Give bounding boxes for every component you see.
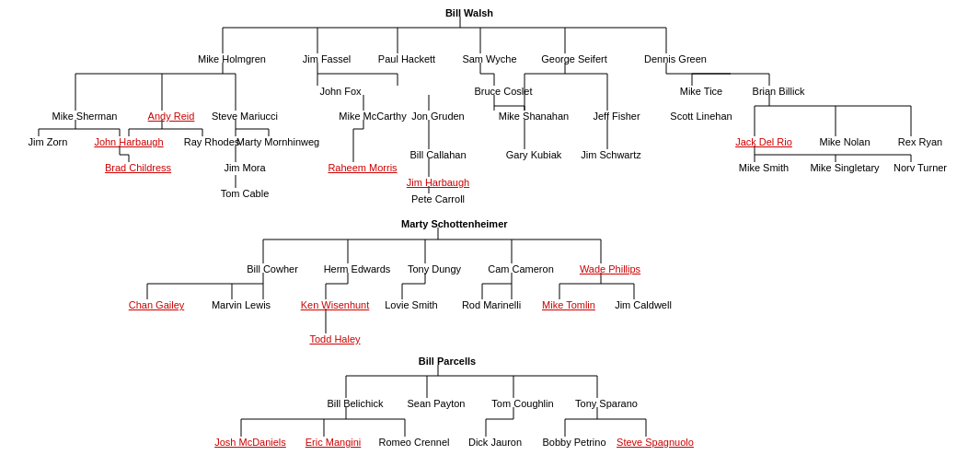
node-jeff_fisher: Jeff Fisher <box>571 111 663 122</box>
node-pete_carroll: Pete Carroll <box>392 193 484 204</box>
node-george_seifert: George Seifert <box>528 53 620 64</box>
node-tony_sparano: Tony Sparano <box>560 398 652 409</box>
node-marty_schottenheimer: Marty Schottenheimer <box>401 218 493 229</box>
node-norv_turner: Norv Turner <box>874 162 966 173</box>
node-bill_belichick: Bill Belichick <box>309 398 401 409</box>
node-tony_dungy: Tony Dungy <box>388 263 480 274</box>
node-todd_haley: Todd Haley <box>289 333 381 344</box>
node-sam_wyche: Sam Wyche <box>444 53 536 64</box>
node-bill_cowher: Bill Cowher <box>226 263 318 274</box>
node-brian_billick: Brian Billick <box>732 86 824 97</box>
node-jim_schwartz: Jim Schwartz <box>565 149 657 160</box>
node-bill_walsh: Bill Walsh <box>423 7 515 18</box>
connector-lines <box>0 0 980 467</box>
node-chan_gailey: Chan Gailey <box>110 299 202 310</box>
node-rex_ryan: Rex Ryan <box>874 136 966 147</box>
node-jim_fassel: Jim Fassel <box>281 53 373 64</box>
node-marty_mornhinweg: Marty Mornhinweg <box>232 136 324 147</box>
node-raheem_morris: Raheem Morris <box>317 162 409 173</box>
node-jack_del_rio: Jack Del Rio <box>718 136 810 147</box>
org-chart: Bill WalshMike HolmgrenJim FasselPaul Ha… <box>0 0 980 467</box>
node-jim_harbaugh: Jim Harbaugh <box>392 177 484 188</box>
node-eric_mangini: Eric Mangini <box>287 437 379 448</box>
node-mike_sherman: Mike Sherman <box>39 111 131 122</box>
node-dennis_green: Dennis Green <box>629 53 721 64</box>
node-mike_shanahan: Mike Shanahan <box>488 111 580 122</box>
node-steve_mariucci: Steve Mariucci <box>199 111 291 122</box>
node-brad_childress: Brad Childress <box>92 162 184 173</box>
node-jim_mora: Jim Mora <box>199 162 291 173</box>
node-romeo_crennel: Romeo Crennel <box>368 437 460 448</box>
node-wade_phillips: Wade Phillips <box>564 263 656 274</box>
node-jim_zorn: Jim Zorn <box>2 136 94 147</box>
node-lovie_smith: Lovie Smith <box>365 299 457 310</box>
node-marvin_lewis: Marvin Lewis <box>195 299 287 310</box>
node-jim_caldwell: Jim Caldwell <box>597 299 689 310</box>
node-tom_cable: Tom Cable <box>199 188 291 199</box>
node-bill_parcells: Bill Parcells <box>401 356 493 367</box>
node-tom_coughlin: Tom Coughlin <box>477 398 569 409</box>
node-cam_cameron: Cam Cameron <box>475 263 567 274</box>
node-sean_payton: Sean Payton <box>390 398 482 409</box>
node-bobby_petrino: Bobby Petrino <box>528 437 620 448</box>
node-mike_holmgren: Mike Holmgren <box>186 53 278 64</box>
node-paul_hackett: Paul Hackett <box>361 53 453 64</box>
node-scott_linehan: Scott Linehan <box>655 111 747 122</box>
node-bruce_coslet: Bruce Coslet <box>457 86 549 97</box>
node-dick_jauron: Dick Jauron <box>449 437 541 448</box>
node-josh_mcdaniels: Josh McDaniels <box>204 437 296 448</box>
node-jon_gruden: Jon Gruden <box>392 111 484 122</box>
node-john_fox: John Fox <box>294 86 386 97</box>
node-john_harbaugh: John Harbaugh <box>83 136 175 147</box>
node-steve_spagnuolo: Steve Spagnuolo <box>609 437 701 448</box>
node-mike_smith: Mike Smith <box>718 162 810 173</box>
node-bill_callahan: Bill Callahan <box>392 149 484 160</box>
